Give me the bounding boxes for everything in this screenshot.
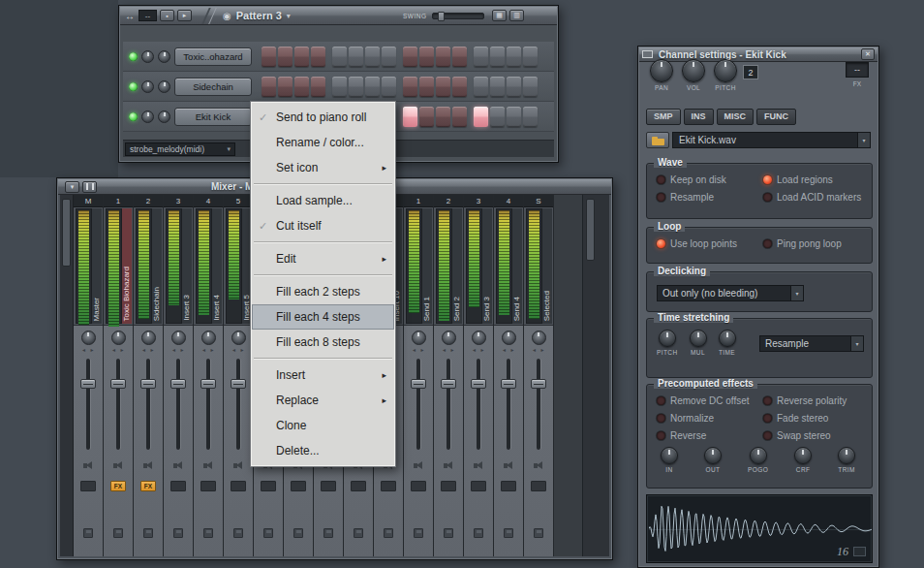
menu-item[interactable]: Fill each 4 steps (252, 304, 394, 330)
pitch-range-display[interactable]: 2 (743, 65, 758, 79)
fx-target-display[interactable]: -- (846, 62, 869, 78)
track-label-area[interactable]: Send 2 (434, 207, 463, 326)
step-cell[interactable] (349, 47, 363, 67)
fx-slot[interactable] (471, 481, 486, 491)
fx-slot[interactable] (381, 481, 396, 491)
swing-slider[interactable] (432, 13, 484, 19)
pattern-selector[interactable]: Pattern 3 (223, 10, 291, 21)
knob[interactable] (650, 59, 673, 82)
mixer-menu-button[interactable] (65, 181, 79, 193)
save-disk-icon[interactable] (173, 528, 183, 538)
step-cell[interactable] (419, 77, 434, 97)
fader-handle[interactable] (531, 379, 546, 389)
fx-slot[interactable] (200, 481, 216, 491)
volume-fader[interactable] (194, 356, 223, 453)
pan-knob[interactable] (231, 331, 246, 345)
save-disk-icon[interactable] (263, 528, 273, 538)
knob[interactable] (714, 59, 737, 82)
channel-name-button[interactable]: Ekit Kick (174, 108, 252, 126)
mixer-track-strip[interactable]: 4 Insert 4 (194, 195, 224, 556)
step-cell[interactable] (311, 77, 325, 97)
step-cell[interactable] (474, 77, 488, 97)
track-label-area[interactable]: Insert 5 (224, 207, 253, 326)
step-cell[interactable] (311, 47, 325, 67)
knob[interactable] (838, 447, 855, 464)
knob[interactable] (659, 330, 676, 347)
save-disk-icon[interactable] (233, 528, 243, 538)
knob[interactable] (682, 59, 705, 82)
fx-slot[interactable] (170, 481, 186, 491)
track-label-area[interactable]: Send 3 (464, 207, 493, 326)
track-label-area[interactable]: Insert 3 (164, 207, 193, 326)
save-disk-icon[interactable] (143, 528, 153, 538)
menu-item[interactable] (254, 274, 392, 276)
close-button[interactable] (861, 48, 875, 60)
channel-volume-knob[interactable] (158, 50, 170, 63)
fx-slot[interactable] (80, 481, 96, 491)
mixer-track-strip[interactable]: S Selected (524, 195, 554, 556)
menu-item[interactable]: Clone (252, 413, 394, 438)
mute-speaker-icon[interactable] (444, 461, 454, 470)
volume-fader[interactable] (464, 356, 493, 453)
save-disk-icon[interactable] (83, 528, 93, 538)
knob[interactable] (704, 447, 722, 464)
sample-waveform-display[interactable]: 16 (646, 494, 873, 563)
channel-name-button[interactable]: Toxic..ohazard (174, 47, 252, 66)
channel-enable-led[interactable] (129, 112, 138, 121)
mute-speaker-icon[interactable] (113, 461, 124, 470)
step-cell[interactable] (452, 107, 467, 127)
mixer-right-scrollbar[interactable] (582, 195, 609, 556)
channel-enable-led[interactable] (129, 82, 138, 91)
fader-handle[interactable] (80, 379, 96, 389)
settings-tab[interactable]: MISC (717, 109, 755, 125)
scroll-thumb[interactable] (586, 199, 595, 261)
step-cell[interactable] (419, 47, 434, 67)
channel-volume-knob[interactable] (158, 80, 170, 93)
volume-fader[interactable] (104, 356, 133, 453)
pan-knob[interactable] (81, 331, 96, 345)
fx-slot[interactable] (531, 481, 546, 491)
option-toggle[interactable]: Reverse polarity (763, 395, 847, 406)
fx-slot[interactable] (291, 481, 306, 491)
fx-slot[interactable] (231, 481, 246, 491)
menu-item[interactable]: Edit (252, 246, 394, 271)
pin-button[interactable] (177, 10, 192, 21)
fader-handle[interactable] (411, 379, 426, 389)
fx-slot[interactable] (411, 481, 426, 491)
volume-fader[interactable] (224, 356, 253, 453)
track-label-area[interactable]: Send 1 (404, 207, 433, 326)
step-cell[interactable] (507, 47, 521, 67)
step-cell[interactable] (436, 47, 450, 67)
menu-item[interactable]: Set icon (252, 155, 394, 180)
step-cell[interactable] (403, 47, 417, 67)
channel-rack-titlebar[interactable]: -- Pattern 3 SWING (120, 7, 557, 25)
fader-handle[interactable] (200, 379, 216, 389)
option-toggle[interactable]: Reverse (657, 430, 750, 441)
menu-item[interactable] (254, 358, 392, 360)
step-cell[interactable] (523, 107, 538, 127)
step-cell[interactable] (262, 47, 276, 67)
menu-item[interactable]: Cut itself (252, 213, 394, 238)
channel-enable-led[interactable] (129, 52, 138, 61)
save-disk-icon[interactable] (444, 528, 453, 538)
option-toggle[interactable]: Ping pong loop (763, 238, 842, 249)
channel-pan-knob[interactable] (141, 110, 154, 123)
fader-handle[interactable] (140, 379, 156, 389)
keyboard-view-toggle[interactable] (509, 10, 524, 21)
step-cell[interactable] (278, 77, 293, 97)
step-cell[interactable] (382, 77, 396, 97)
channel-pan-knob[interactable] (141, 50, 154, 63)
volume-fader[interactable] (134, 356, 163, 453)
step-cell[interactable] (294, 77, 309, 97)
save-disk-icon[interactable] (534, 528, 543, 538)
save-disk-icon[interactable] (384, 528, 393, 538)
mute-speaker-icon[interactable] (143, 461, 154, 470)
step-cell[interactable] (452, 77, 467, 97)
step-cell[interactable] (490, 47, 505, 67)
settings-tab[interactable]: INS (684, 109, 714, 125)
volume-fader[interactable] (404, 356, 433, 453)
menu-item[interactable] (254, 183, 392, 185)
volume-fader[interactable] (524, 356, 553, 453)
channel-name-button[interactable]: Sidechain (174, 78, 252, 96)
save-disk-icon[interactable] (323, 528, 333, 538)
